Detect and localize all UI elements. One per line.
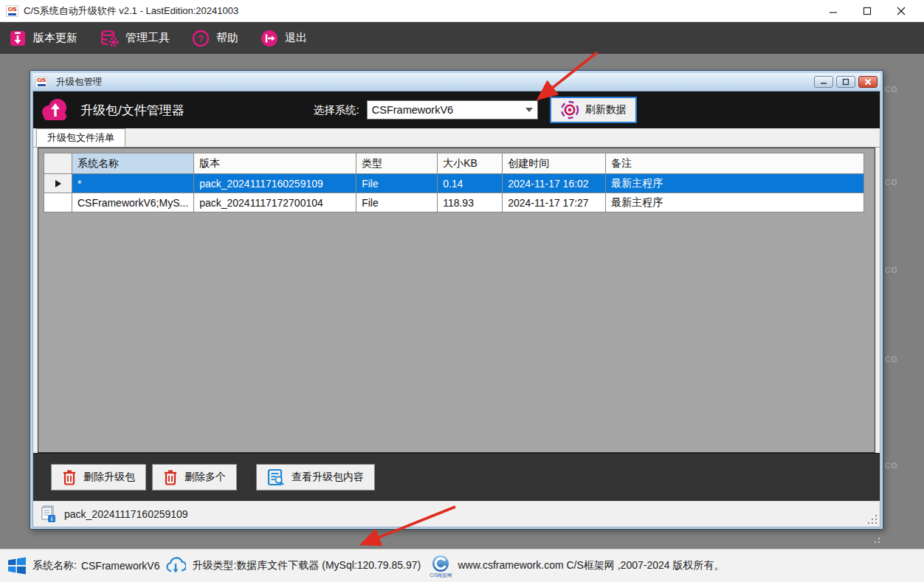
action-button-band: 删除升级包 删除多个 [33,453,880,501]
system-select-value: CSFrameworkV6 [372,104,453,116]
csframework-logo: C/S框架网 [430,555,452,578]
system-name-value: CSFrameworkV6 [81,560,160,572]
mdi-area: k. co k. co k. co k. co k. co C/S 升级包管理 [0,54,924,549]
help-icon: ? [192,30,210,47]
cell-size[interactable]: 0.14 [438,174,503,193]
app-logo-text: C/S [8,7,17,13]
mdi-resize-grip[interactable] [871,534,880,543]
select-system-label: 选择系统: [314,103,359,117]
cell-version[interactable]: pack_20241117172700104 [194,193,356,212]
database-gear-icon [100,30,119,47]
cell-remark[interactable]: 最新主程序 [606,174,864,193]
cell-system[interactable]: * [72,174,194,193]
delete-multiple-button[interactable]: 删除多个 [152,464,237,491]
system-select[interactable]: CSFrameworkV6 [367,100,538,119]
child-titlebar[interactable]: C/S 升级包管理 [32,73,880,91]
tab-package-file-list[interactable]: 升级包文件清单 [36,128,125,147]
maximize-button[interactable] [850,0,884,22]
close-icon [897,7,906,15]
toolbar-item-admin-tools[interactable]: 管理工具 [100,30,170,47]
main-statusbar: 系统名称: CSFrameworkV6 升级类型:数据库文件下载器 (MySql… [0,549,924,582]
cell-created[interactable]: 2024-11-17 17:27 [503,193,606,212]
table-row[interactable]: * pack_20241117160259109 File 0.14 2024-… [44,174,864,193]
view-package-content-button[interactable]: 查看升级包内容 [256,464,375,491]
col-system-name[interactable]: 系统名称 [72,153,194,174]
copyright-text: www.csframework.com C/S框架网 ,2007-2024 版权… [458,559,724,572]
windows-logo-icon [7,556,27,575]
child-window-title: 升级包管理 [56,76,103,89]
col-remark[interactable]: 备注 [606,153,864,174]
current-row-arrow-icon [55,180,61,187]
col-created[interactable]: 创建时间 [503,153,606,174]
toolbar-label: 帮助 [216,31,238,45]
chevron-down-icon [525,108,533,112]
manager-header: 升级包/文件管理器 选择系统: CSFrameworkV6 刷新数据 [33,91,880,128]
child-close-button[interactable] [858,76,878,88]
cell-type[interactable]: File [356,174,438,193]
manager-title: 升级包/文件管理器 [80,102,185,119]
minimize-button[interactable] [816,0,850,22]
close-button[interactable] [884,0,918,22]
table-header-row: 系统名称 版本 类型 大小KB 创建时间 备注 [44,153,864,174]
delete-package-button[interactable]: 删除升级包 [51,464,146,491]
app-window: C/S C/S系统自动升级软件 v2.1 - LastEdition:20241… [0,0,924,582]
col-indicator[interactable] [44,153,72,174]
cell-remark[interactable]: 最新主程序 [606,193,864,212]
toolbar-label: 退出 [285,31,307,45]
trash-icon [163,469,178,485]
toolbar-label: 版本更新 [33,31,77,45]
trash-icon [62,469,77,485]
col-version[interactable]: 版本 [194,153,356,174]
row-indicator [44,193,72,212]
system-name-label: 系统名称: [32,559,77,572]
package-info-icon: i [41,505,57,523]
download-icon [9,30,27,47]
upgrade-package-window: C/S 升级包管理 [30,70,883,530]
refresh-icon [560,100,579,119]
exit-icon [261,30,278,47]
child-minimize-button[interactable] [814,76,833,88]
window-controls [816,0,918,22]
cloud-upload-icon [39,96,72,124]
cell-system[interactable]: CSFrameworkV6;MyS... [72,193,194,212]
table-row[interactable]: CSFrameworkV6;MyS... pack_20241117172700… [44,193,864,212]
toolbar-item-help[interactable]: ? 帮助 [192,30,238,47]
main-toolbar: 版本更新 管理工具 ? 帮助 [0,22,924,54]
toolbar-item-version-update[interactable]: 版本更新 [9,30,77,47]
toolbar-label: 管理工具 [125,31,170,45]
child-body: 升级包/文件管理器 选择系统: CSFrameworkV6 刷新数据 [32,91,880,527]
toolbar-item-exit[interactable]: 退出 [261,30,307,47]
refresh-label: 刷新数据 [585,103,627,117]
app-logo-icon: C/S [6,5,18,17]
cell-created[interactable]: 2024-11-17 16:02 [503,174,606,193]
document-search-icon [267,468,285,486]
cell-size[interactable]: 118.93 [438,193,503,212]
cell-type[interactable]: File [356,193,438,212]
selected-package-name: pack_20241117160259109 [64,508,188,520]
child-window-controls [814,76,878,88]
refresh-data-button[interactable]: 刷新数据 [550,97,637,123]
child-statusbar: i pack_20241117160259109 [33,501,880,527]
resize-grip[interactable] [868,515,877,524]
svg-text:?: ? [198,32,204,44]
tab-strip: 升级包文件清单 [33,128,880,148]
maximize-icon [863,7,872,15]
window-title: C/S系统自动升级软件 v2.1 - LastEdition:20241003 [24,4,238,18]
minimize-icon [820,79,827,85]
col-type[interactable]: 类型 [356,153,438,174]
csframework-logo-caption: C/S框架网 [430,573,452,578]
restore-icon [842,78,849,86]
grid-area: 系统名称 版本 类型 大小KB 创建时间 备注 * [38,148,875,453]
col-size[interactable]: 大小KB [438,153,503,174]
main-titlebar: C/S C/S系统自动升级软件 v2.1 - LastEdition:20241… [0,0,924,22]
csframework-logo-icon [432,555,449,572]
upgrade-type-text: 升级类型:数据库文件下载器 (MySql:120.79.85.97) [192,559,421,572]
minimize-icon [829,7,838,15]
package-table: 系统名称 版本 类型 大小KB 创建时间 备注 * [44,153,864,212]
cloud-download-icon [165,556,186,575]
close-icon [864,78,872,86]
row-indicator [44,174,72,193]
child-window-icon: C/S [35,77,47,88]
child-restore-button[interactable] [836,76,855,88]
cell-version[interactable]: pack_20241117160259109 [194,174,356,193]
